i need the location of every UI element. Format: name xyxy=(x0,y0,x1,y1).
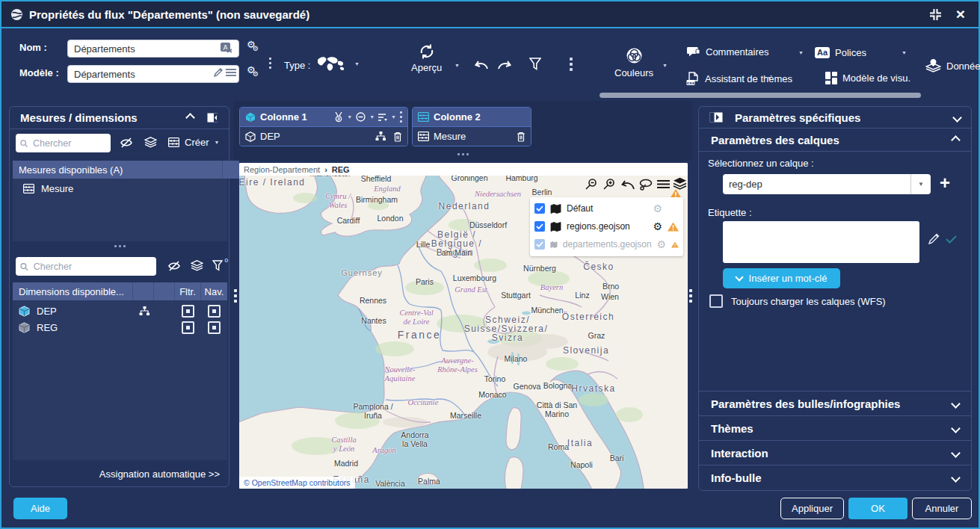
more-options-kebab-icon[interactable] xyxy=(570,58,573,71)
measure-list-item[interactable]: Mesure xyxy=(13,179,227,194)
section-themes[interactable]: Thèmes xyxy=(699,415,971,440)
left-splitter-handle[interactable] xyxy=(234,289,237,303)
fltr-checkbox[interactable] xyxy=(182,321,194,334)
map-attribution[interactable]: © OpenStreetMap contributors xyxy=(239,477,355,489)
translate-icon[interactable]: A xyxy=(220,42,233,55)
toolbar-scrollbar[interactable] xyxy=(600,93,921,98)
annuler-button[interactable]: Annuler xyxy=(912,498,972,519)
map-menu-icon[interactable] xyxy=(657,179,670,189)
chart-type-world-icon[interactable] xyxy=(315,55,347,74)
edit-etiquette-pencil-icon[interactable] xyxy=(928,232,940,245)
ok-button[interactable]: OK xyxy=(848,498,907,519)
assistant-dropdown-arrow[interactable]: ▼ xyxy=(767,75,772,81)
colonne2-box[interactable]: Colonne 2 Mesure xyxy=(412,107,531,146)
type-dropdown-arrow[interactable]: ▼ xyxy=(354,61,360,66)
group-layers-icon[interactable] xyxy=(191,260,203,271)
etiquette-textarea[interactable] xyxy=(723,221,919,263)
hide-dimensions-icon[interactable] xyxy=(167,261,181,271)
nav-checkbox[interactable] xyxy=(208,321,221,334)
restore-icon[interactable] xyxy=(926,5,944,23)
sort-dropdown-arrow[interactable]: ▼ xyxy=(391,114,396,120)
dimensions-filter-icon[interactable]: 0 xyxy=(212,260,223,271)
ranking-dropdown-arrow[interactable]: ▼ xyxy=(347,114,352,120)
map-zoom-out-icon[interactable] xyxy=(585,178,598,191)
trash-icon[interactable] xyxy=(393,132,402,142)
creer-button[interactable]: Créer ▼ xyxy=(168,137,219,148)
edit-model-icon[interactable] xyxy=(213,67,224,78)
layer-checkbox[interactable] xyxy=(534,239,545,250)
validate-etiquette-check-icon[interactable] xyxy=(946,235,957,244)
colonne1-box[interactable]: Colonne 1 3 ▼ ▼ ▼ DEP xyxy=(239,107,408,146)
measures-search-input[interactable] xyxy=(31,137,106,149)
map-layers-icon[interactable] xyxy=(673,177,687,190)
wfs-checkbox[interactable] xyxy=(709,294,723,308)
dock-panel-icon[interactable] xyxy=(709,112,723,123)
dimensions-table-header[interactable]: Dimensions disponible... Fltr. Nav. xyxy=(13,282,227,300)
right-splitter-handle[interactable] xyxy=(689,289,692,303)
dimensions-search-input[interactable] xyxy=(32,261,152,273)
fltr-checkbox[interactable] xyxy=(182,305,194,318)
breadcrumb-root[interactable]: Region-Departement xyxy=(244,165,320,174)
sort-icon[interactable] xyxy=(378,113,387,122)
group-layers-icon[interactable] xyxy=(144,137,157,148)
ranking-medal-icon[interactable]: 3 xyxy=(334,112,343,123)
nom-input[interactable] xyxy=(67,40,239,58)
undo-icon[interactable] xyxy=(474,60,489,69)
auto-assign-link[interactable]: Assignation automatique >> xyxy=(99,468,220,480)
splitter-handle[interactable] xyxy=(114,245,126,247)
appliquer-button[interactable]: Appliquer xyxy=(780,498,844,519)
polices-button[interactable]: Aa Polices xyxy=(815,47,866,58)
section-interaction[interactable]: Interaction xyxy=(699,440,971,465)
assistant-themes-button[interactable]: css Assistant de thèmes xyxy=(686,72,792,85)
column-options-kebab-icon[interactable] xyxy=(400,111,402,123)
dimension-row-dep[interactable]: DEP xyxy=(13,303,227,319)
commentaires-button[interactable]: Commentaires xyxy=(686,46,769,58)
trash-icon[interactable] xyxy=(517,132,526,142)
apercu-button[interactable]: Aperçu xyxy=(411,43,442,73)
layer-checkbox[interactable] xyxy=(534,221,545,232)
apercu-dropdown-arrow[interactable]: ▼ xyxy=(454,63,460,68)
redo-icon[interactable] xyxy=(497,60,512,69)
couleurs-dropdown-arrow[interactable]: ▼ xyxy=(662,63,668,68)
select-dropdown-arrow[interactable]: ▼ xyxy=(910,174,931,194)
hierarchy-icon[interactable] xyxy=(375,132,386,141)
measures-search[interactable] xyxy=(16,134,111,152)
measures-available-header[interactable]: Mesures disponibles (A) xyxy=(13,161,239,179)
section-info-bulle[interactable]: Info-bulle xyxy=(699,465,971,489)
flow-options-gear-icon[interactable]: ⚙⚙ xyxy=(247,39,262,50)
dimension-row-reg[interactable]: REG xyxy=(13,319,227,335)
map-lasso-icon[interactable] xyxy=(638,179,653,191)
model-options-gear-icon[interactable]: ⚙⚙ xyxy=(247,64,262,75)
aggregate-dropdown-arrow[interactable]: ▼ xyxy=(369,114,375,120)
layer-select[interactable]: reg-dep ▼ xyxy=(723,174,931,194)
layer-checkbox[interactable] xyxy=(534,203,545,214)
commentaires-dropdown-arrow[interactable]: ▼ xyxy=(798,50,804,55)
model-list-icon[interactable] xyxy=(226,68,236,77)
donnees-button[interactable]: Données xyxy=(925,59,980,73)
modele-visu-button[interactable]: Modèle de visu. xyxy=(825,72,910,84)
add-layer-button[interactable]: + xyxy=(940,173,950,194)
couleurs-button[interactable]: Couleurs xyxy=(614,46,653,78)
layer-settings-gear-icon[interactable]: ⚙ xyxy=(657,239,667,250)
filter-icon[interactable] xyxy=(529,58,541,70)
aggregate-icon[interactable] xyxy=(356,112,366,122)
section-parametres-specifiques[interactable]: Paramètres spécifiques xyxy=(699,107,971,129)
dimensions-search[interactable] xyxy=(16,257,156,276)
map-back-icon[interactable] xyxy=(620,179,635,190)
layer-settings-gear-icon[interactable]: ⚙ xyxy=(653,221,662,232)
collapse-panel-chevron[interactable] xyxy=(185,113,195,123)
aide-button[interactable]: Aide xyxy=(13,498,67,519)
map-zoom-in-icon[interactable] xyxy=(603,178,616,191)
section-parametres-calques[interactable]: Paramètres des calques xyxy=(699,129,971,152)
hide-measures-icon[interactable] xyxy=(120,137,133,148)
nav-checkbox[interactable] xyxy=(208,305,221,318)
breadcrumb-current[interactable]: REG xyxy=(332,165,350,174)
map-canvas[interactable]: ManchesterSheffieldEnglandCymru /WalesBi… xyxy=(239,176,688,489)
close-icon[interactable]: × xyxy=(952,5,970,23)
insert-keyword-button[interactable]: Insérer un mot-clé xyxy=(723,268,840,288)
layer-settings-gear-icon[interactable]: ⚙ xyxy=(653,203,662,214)
polices-dropdown-arrow[interactable]: ▼ xyxy=(902,50,907,55)
strip-splitter-handle[interactable] xyxy=(457,153,469,155)
section-bulles-infographies[interactable]: Paramètres des bulles/infographies xyxy=(699,391,971,415)
wfs-checkbox-row[interactable]: Toujours charger les calques (WFS) xyxy=(709,294,886,308)
